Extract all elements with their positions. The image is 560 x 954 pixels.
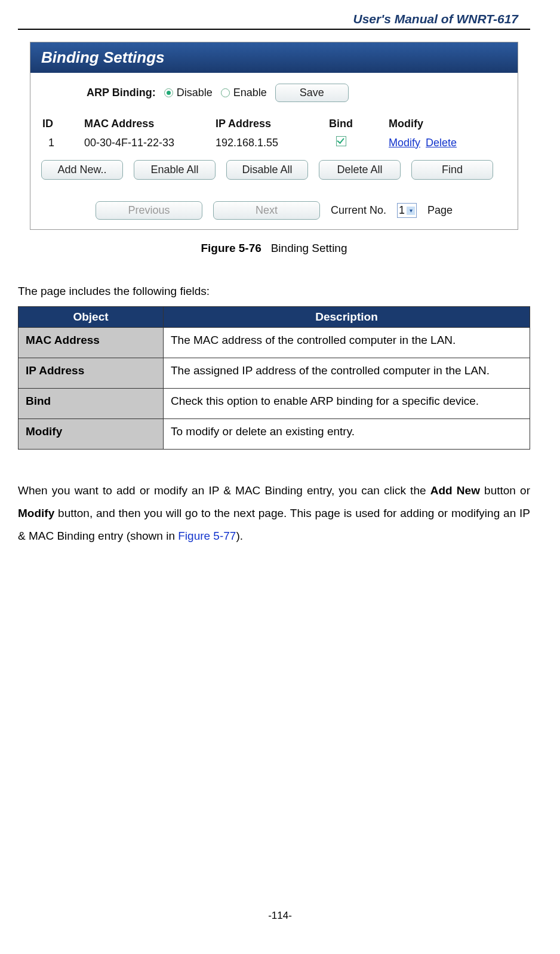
find-button[interactable]: Find (411, 160, 493, 180)
page-select-value: 1 (399, 204, 405, 217)
table-row: 1 00-30-4F-11-22-33 192.168.1.55 Modify … (39, 136, 509, 160)
disable-all-button[interactable]: Disable All (226, 160, 308, 180)
desc-cell: The assigned IP address of the controlle… (164, 358, 530, 389)
p-text: ). (236, 530, 243, 542)
obj-cell: IP Address (19, 358, 164, 389)
obj-cell: Bind (19, 389, 164, 419)
desc-cell: Check this option to enable ARP binding … (164, 389, 530, 419)
p-text: button, and then you will go to the next… (18, 507, 530, 542)
p-bold: Add New (430, 484, 480, 497)
col-id: ID (42, 118, 84, 130)
bind-checkbox[interactable] (336, 136, 346, 146)
p-bold: Modify (18, 507, 54, 519)
delete-all-button[interactable]: Delete All (319, 160, 401, 180)
col-bind: Bind (329, 118, 389, 130)
table-row: IP Address The assigned IP address of th… (19, 358, 530, 389)
save-button[interactable]: Save (275, 84, 349, 102)
obj-cell: Modify (19, 419, 164, 450)
radio-dot-icon (221, 88, 230, 97)
chevron-down-icon: ▾ (407, 207, 415, 215)
desc-cell: To modify or delete an existing entry. (164, 419, 530, 450)
th-description: Description (164, 307, 530, 328)
cell-mac: 00-30-4F-11-22-33 (84, 137, 216, 149)
figure-link[interactable]: Figure 5-77 (178, 530, 236, 542)
cell-id: 1 (42, 137, 84, 149)
delete-link[interactable]: Delete (426, 137, 457, 149)
th-object: Object (19, 307, 164, 328)
col-mac: MAC Address (84, 118, 216, 130)
intro-text: The page includes the following fields: (18, 285, 530, 298)
modify-link[interactable]: Modify (389, 137, 420, 149)
table-row: Bind Check this option to enable ARP bin… (19, 389, 530, 419)
arp-binding-label: ARP Binding: (87, 87, 156, 99)
header-divider (18, 29, 530, 30)
p-text: button or (480, 484, 530, 497)
current-no-label: Current No. (331, 204, 386, 217)
header-title: User's Manual of WNRT-617 (18, 12, 530, 29)
col-ip: IP Address (216, 118, 329, 130)
desc-cell: The MAC address of the controlled comput… (164, 328, 530, 358)
radio-enable[interactable]: Enable (221, 87, 267, 99)
add-new-button[interactable]: Add New.. (41, 160, 123, 180)
table-row: MAC Address The MAC address of the contr… (19, 328, 530, 358)
cell-ip: 192.168.1.55 (216, 137, 329, 149)
figure-caption: Figure 5-76 Binding Setting (18, 242, 530, 255)
radio-dot-icon (164, 88, 173, 97)
next-button[interactable]: Next (213, 201, 320, 220)
previous-button[interactable]: Previous (96, 201, 202, 220)
radio-enable-label: Enable (233, 87, 267, 99)
enable-all-button[interactable]: Enable All (134, 160, 216, 180)
fields-table: Object Description MAC Address The MAC a… (18, 306, 530, 450)
table-row: Modify To modify or delete an existing e… (19, 419, 530, 450)
binding-settings-screenshot: Binding Settings ARP Binding: Disable En… (30, 42, 518, 230)
radio-disable[interactable]: Disable (164, 87, 213, 99)
page-label: Page (427, 204, 453, 217)
page-number: -114- (0, 910, 560, 922)
obj-cell: MAC Address (19, 328, 164, 358)
figure-number: Figure 5-76 (201, 242, 261, 254)
col-modify: Modify (389, 118, 484, 130)
p-text: When you want to add or modify an IP & M… (18, 484, 430, 497)
radio-disable-label: Disable (177, 87, 213, 99)
panel-title: Binding Settings (30, 42, 518, 73)
figure-title: Binding Setting (271, 242, 347, 254)
body-paragraph: When you want to add or modify an IP & M… (18, 479, 530, 547)
page-select[interactable]: 1 ▾ (397, 203, 417, 218)
